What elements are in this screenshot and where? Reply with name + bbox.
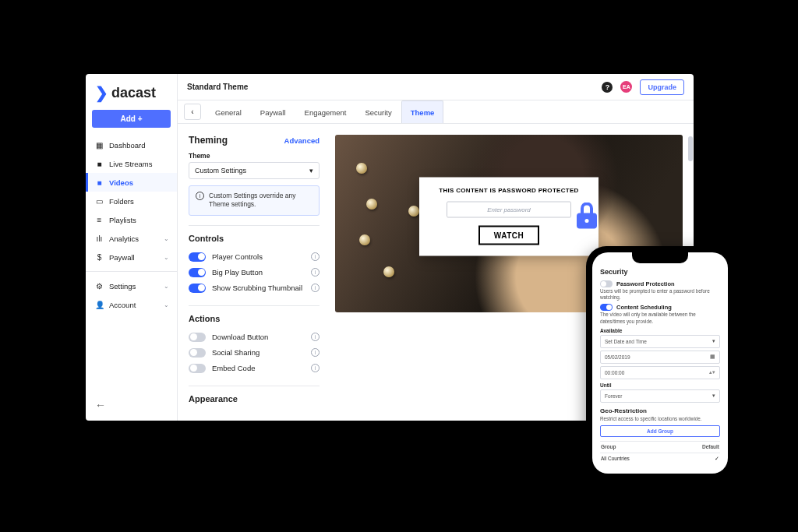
- upgrade-button[interactable]: Upgrade: [640, 79, 684, 95]
- logo-mark-icon: ❯: [95, 83, 108, 102]
- toggle-player-controls[interactable]: [189, 252, 206, 262]
- brand-logo: ❯ dacast: [86, 74, 177, 110]
- sidebar-item-analytics[interactable]: ılı Analytics ⌄: [86, 229, 177, 248]
- action-embed: Embed Code i: [189, 361, 320, 376]
- control-scrubbing: Show Scrubbing Thumbnail i: [189, 280, 320, 296]
- decorative-peg: [383, 266, 394, 277]
- decorative-peg: [366, 199, 377, 210]
- info-icon[interactable]: i: [311, 364, 320, 372]
- ph-until-select[interactable]: Forever ▾: [600, 389, 720, 403]
- info-icon[interactable]: i: [311, 284, 320, 292]
- action-download: Download Button i: [189, 329, 320, 345]
- help-icon[interactable]: ?: [602, 82, 613, 93]
- sidebar-item-live-streams[interactable]: ■ Live Streams: [86, 154, 177, 173]
- ph-geo-desc: Restrict access to specific locations wo…: [600, 416, 720, 422]
- ph-add-group-button[interactable]: Add Group: [600, 425, 720, 437]
- info-icon: i: [196, 192, 204, 200]
- video-icon: ■: [95, 178, 104, 187]
- avatar[interactable]: EA: [620, 81, 632, 93]
- ph-col-default: Default: [702, 444, 719, 449]
- sidebar-item-label: Dashboard: [109, 141, 145, 150]
- sidebar-item-label: Analytics: [109, 234, 139, 243]
- theme-field-label: Theme: [189, 152, 320, 160]
- sidebar-item-paywall[interactable]: $ Paywall ⌄: [86, 248, 177, 266]
- sidebar-item-label: Live Streams: [109, 160, 152, 168]
- action-label: Embed Code: [212, 364, 305, 372]
- phone-notch: [632, 252, 688, 263]
- folder-icon: ▭: [95, 197, 104, 206]
- controls-heading: Controls: [189, 234, 320, 243]
- sidebar-item-folders[interactable]: ▭ Folders: [86, 192, 177, 210]
- collapse-sidebar-icon[interactable]: ←: [86, 391, 177, 421]
- sidebar-item-settings[interactable]: ⚙ Settings ⌄: [86, 277, 177, 295]
- decorative-peg: [359, 234, 370, 245]
- tab-security[interactable]: Security: [355, 100, 401, 123]
- divider: [189, 386, 320, 386]
- sidebar: ❯ dacast Add + ▦ Dashboard ■ Live Stream…: [86, 74, 178, 421]
- action-social: Social Sharing i: [189, 345, 320, 361]
- info-icon[interactable]: i: [311, 252, 320, 261]
- tab-general[interactable]: General: [206, 100, 251, 123]
- info-icon[interactable]: i: [311, 348, 320, 357]
- ph-scheduling-desc: The video will only be available between…: [600, 312, 720, 324]
- password-input[interactable]: Enter password: [447, 201, 571, 217]
- grid-icon: ▦: [95, 141, 104, 150]
- info-icon[interactable]: i: [311, 268, 320, 277]
- toggle-embed[interactable]: [189, 364, 206, 373]
- ph-security-heading: Security: [600, 268, 720, 276]
- ph-geo-table: Group Default All Countries ✓: [600, 441, 720, 465]
- list-icon: ≡: [95, 216, 104, 224]
- ph-available-mode-value: Set Date and Time: [605, 339, 647, 344]
- tab-engagement[interactable]: Engagement: [295, 100, 356, 123]
- password-title: THIS CONTENT IS PASSWORD PROTECTED: [430, 186, 588, 193]
- toggle-content-scheduling[interactable]: [600, 304, 613, 311]
- ph-geo-row[interactable]: All Countries ✓: [600, 453, 720, 465]
- ph-password-desc: Users will be prompted to enter a passwo…: [600, 288, 720, 301]
- sidebar-item-label: Settings: [109, 282, 136, 291]
- ph-date-value: 05/02/2019: [605, 354, 630, 360]
- toggle-big-play[interactable]: [189, 268, 206, 277]
- lock-icon: [574, 203, 600, 229]
- nav-divider: [86, 271, 177, 272]
- toggle-password-protection[interactable]: [600, 280, 613, 287]
- sidebar-item-playlists[interactable]: ≡ Playlists: [86, 210, 177, 229]
- sidebar-item-videos[interactable]: ■ Videos: [86, 173, 177, 192]
- divider: [189, 225, 320, 226]
- appearance-heading: Appearance: [189, 394, 320, 403]
- sidebar-item-label: Paywall: [109, 253, 135, 262]
- camera-icon: ■: [95, 160, 104, 168]
- chevron-down-icon: ▾: [712, 393, 715, 399]
- back-button[interactable]: ‹: [184, 104, 201, 120]
- add-button[interactable]: Add +: [92, 110, 171, 128]
- chevron-down-icon: ⌄: [164, 301, 169, 308]
- sidebar-item-dashboard[interactable]: ▦ Dashboard: [86, 136, 177, 154]
- page-title: Standard Theme: [187, 83, 594, 91]
- tab-theme[interactable]: Theme: [401, 100, 444, 123]
- action-label: Download Button: [212, 333, 305, 341]
- info-icon[interactable]: i: [311, 333, 320, 341]
- toggle-download[interactable]: [189, 333, 206, 342]
- calendar-icon: ▦: [710, 354, 715, 360]
- ph-content-scheduling: Content Scheduling: [600, 304, 720, 311]
- theme-value: Custom Settings: [195, 167, 246, 174]
- watch-button[interactable]: WATCH: [478, 225, 539, 245]
- tab-paywall[interactable]: Paywall: [251, 100, 295, 123]
- control-label: Show Scrubbing Thumbnail: [212, 284, 305, 292]
- ph-available-time[interactable]: 00:00:00 ▴▾: [600, 366, 720, 379]
- dollar-icon: $: [95, 253, 104, 262]
- decorative-peg: [408, 206, 419, 217]
- ph-available-mode[interactable]: Set Date and Time ▾: [600, 335, 720, 348]
- control-label: Big Play Button: [212, 268, 305, 277]
- advanced-link[interactable]: Advanced: [284, 136, 320, 145]
- theme-select[interactable]: Custom Settings ▾: [189, 162, 320, 179]
- theming-heading: Theming: [189, 135, 228, 146]
- toggle-social[interactable]: [189, 348, 206, 358]
- sidebar-item-account[interactable]: 👤 Account ⌄: [86, 295, 177, 314]
- account-icon: 👤: [95, 301, 104, 309]
- action-label: Social Sharing: [212, 348, 305, 357]
- ph-geo-heading: Geo-Restriction: [600, 407, 720, 414]
- ph-available-date[interactable]: 05/02/2019 ▦: [600, 351, 720, 364]
- chevron-down-icon: ⌄: [164, 254, 169, 261]
- ph-scheduling-label: Content Scheduling: [616, 304, 672, 311]
- toggle-scrubbing[interactable]: [189, 284, 206, 293]
